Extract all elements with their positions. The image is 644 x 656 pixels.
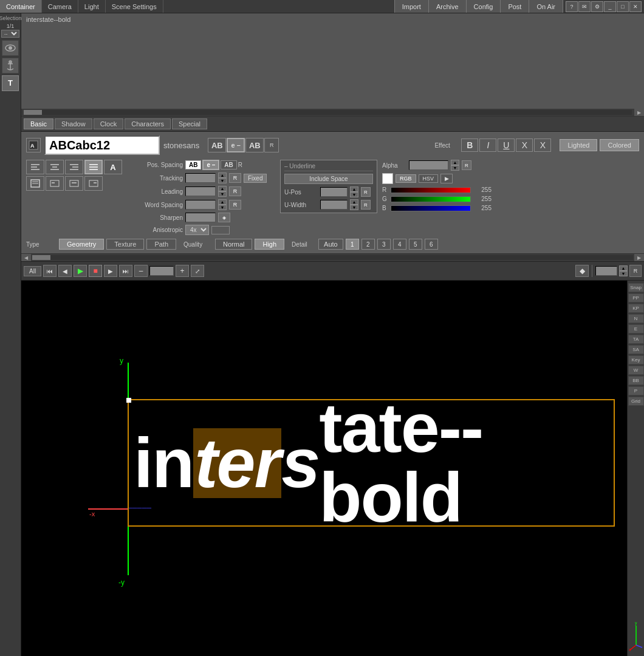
tab-shadow[interactable]: Shadow [55,118,92,129]
n-btn[interactable]: N [628,314,644,323]
font-name-input[interactable]: ABCabc12 [44,135,160,155]
settings-icon[interactable]: ⚙ [591,1,603,12]
scroll-right-btn2[interactable]: ▶ [634,254,644,261]
play-to-start-btn[interactable]: ⏮ [43,265,57,277]
menu-config[interactable]: Config [467,0,501,13]
w-btn[interactable]: W [628,366,644,375]
tab-characters[interactable]: Characters [125,118,171,129]
leading-input[interactable]: 0.0 [185,186,216,196]
object-dropdown[interactable]: -- [1,30,19,38]
align-center-btn[interactable] [46,160,64,174]
u-width-reset[interactable]: R [361,200,371,210]
pos-ab1-btn[interactable]: AB [185,160,201,169]
underline-toggle-btn[interactable]: U [498,138,515,152]
end-down[interactable]: ▼ [619,271,628,276]
detail-5-btn[interactable]: 5 [409,239,422,250]
timeline-all-btn[interactable]: All [24,266,41,276]
pos-e-btn[interactable]: e – [202,160,219,170]
strikethrough-btn[interactable]: X [516,138,533,152]
u-pos-input[interactable]: 0.0 [320,187,348,197]
scroll-left-btn[interactable]: ◀ [21,254,31,261]
u-pos-down[interactable]: ▼ [350,192,358,197]
tab-camera[interactable]: Camera [42,0,78,13]
end-reset-btn[interactable]: R [629,265,642,277]
align-left-btn[interactable] [26,160,44,174]
word-reset[interactable]: R [229,200,241,210]
alpha-reset[interactable]: R [462,160,471,170]
mail-icon[interactable]: ✉ [578,1,591,12]
close-icon[interactable]: ✕ [629,1,642,12]
detail-1-btn[interactable]: 1 [346,239,359,250]
sharpen-input[interactable]: 0.0 % [185,213,216,222]
bb-btn[interactable]: BB [628,376,644,385]
include-space-btn[interactable]: Include Space [284,174,373,184]
u-pos-reset[interactable]: R [361,187,371,197]
type-geometry-btn[interactable]: Geometry [59,239,104,250]
detail-3-btn[interactable]: 3 [377,239,391,250]
color-expand-btn[interactable]: ▶ [440,174,453,183]
kp-btn[interactable]: KP [628,304,644,313]
word-up[interactable]: ▲ [218,199,227,205]
tracking-reset[interactable]: R [229,173,241,183]
eye-icon-btn[interactable] [2,40,19,56]
menu-on-air[interactable]: On Air [529,0,563,13]
tab-light[interactable]: Light [78,0,106,13]
menu-archive[interactable]: Archive [429,0,467,13]
format-icon-2[interactable]: e – [227,138,245,152]
text-align2-btn[interactable] [46,176,64,191]
tab-clock[interactable]: Clock [94,118,124,129]
u-pos-up[interactable]: ▲ [350,186,358,192]
timeline-minus-btn[interactable]: – [134,265,148,277]
next-frame-btn[interactable]: ▶ [104,265,117,277]
format-icon-4[interactable]: R [264,138,279,152]
detail-4-btn[interactable]: 4 [393,239,406,250]
end-up[interactable]: ▲ [619,265,628,271]
menu-import[interactable]: Import [394,0,429,13]
format-icon-3[interactable]: AB [245,138,264,152]
stop-btn[interactable]: ■ [89,265,102,277]
menu-post[interactable]: Post [501,0,529,13]
timeline-expand-btn[interactable]: ⤢ [191,265,204,277]
detail-auto-btn[interactable]: Auto [318,239,343,250]
font-icon-btn[interactable]: T [2,75,19,91]
tab-scene-settings[interactable]: Scene Settings [106,0,163,13]
alpha-up[interactable]: ▲ [451,160,459,165]
format-icon-1[interactable]: AB [208,138,226,152]
play-btn[interactable]: ▶ [74,265,87,277]
scroll-right-btn[interactable]: ▶ [634,109,644,116]
pp-btn[interactable]: PP [628,293,644,302]
keyframe-btn[interactable]: ◆ [575,265,589,277]
anchor-icon-btn[interactable] [2,58,19,73]
maximize-icon[interactable]: □ [617,1,629,12]
fixed-btn[interactable]: Fixed [244,174,267,183]
sharpen-spin[interactable]: ◈ [218,213,230,222]
type-texture-btn[interactable]: Texture [106,239,144,250]
alpha-down[interactable]: ▼ [451,165,459,171]
align-right-btn[interactable] [65,160,83,174]
tracking-down[interactable]: ▼ [218,178,227,183]
minimize-icon[interactable]: _ [604,1,616,12]
superscript-btn[interactable]: X [534,138,551,152]
text-style-btn[interactable]: A [104,160,122,174]
u-width-input[interactable]: 1.0 [320,200,348,210]
type-path-btn[interactable]: Path [146,239,176,250]
timeline-plus-btn[interactable]: + [176,265,189,277]
word-spacing-input[interactable]: 0.0 [185,200,216,210]
sa-btn[interactable]: SA [628,345,644,354]
tab-basic[interactable]: Basic [24,118,53,129]
lighted-btn[interactable]: Lighted [560,139,597,151]
pos-ab2-btn[interactable]: AB [221,160,236,169]
frame-input[interactable]: 0 [149,266,174,276]
bold-btn[interactable]: B [461,138,478,152]
detail-6-btn[interactable]: 6 [425,239,438,250]
quality-normal-btn[interactable]: Normal [215,239,252,250]
aniso-select[interactable]: 4x [185,225,209,235]
rgb-mode-btn[interactable]: RGB [396,174,416,183]
grid-btn[interactable]: Grid [628,397,644,406]
text-align3-btn[interactable] [65,176,83,191]
u-width-up[interactable]: ▲ [350,199,358,205]
e-btn[interactable]: E [628,324,644,333]
text-align4-btn[interactable] [84,176,103,191]
play-to-end-btn[interactable]: ⏭ [119,265,132,277]
quality-high-btn[interactable]: High [255,239,284,250]
